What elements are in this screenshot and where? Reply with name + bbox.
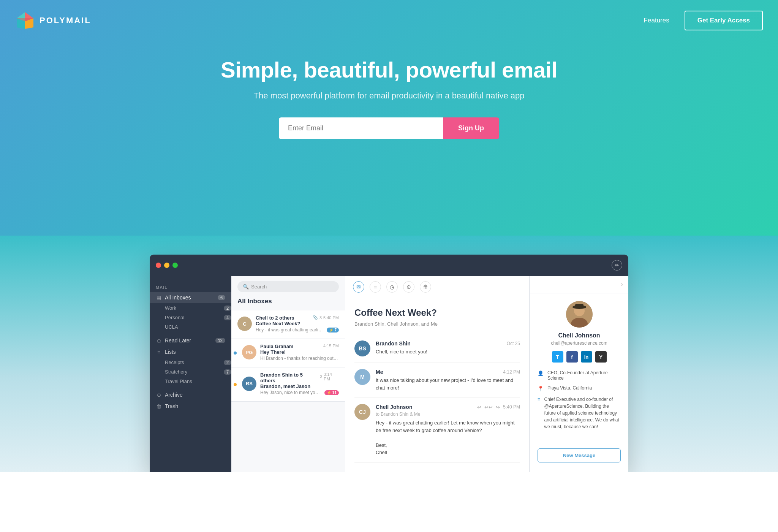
reply-all-icon[interactable]: ↩↩	[484, 404, 493, 410]
sidebar-item-stratchery[interactable]: Stratchery 7	[150, 367, 231, 377]
message-sender-row-1: Brandon Shin Oct 25	[376, 340, 520, 347]
email-top-row-2: Paula Graham 4:15 PM	[260, 344, 339, 349]
message-avatar-1: BS	[354, 340, 370, 356]
email-list-header: 🔍 Search All Inboxes	[231, 276, 345, 310]
sidebar-item-receipts[interactable]: Receipts 2	[150, 358, 231, 367]
unread-dot-3	[234, 383, 237, 386]
email-top-row-3: Brandon Shin to 5 others 3 3:14 PM	[260, 372, 339, 383]
toolbar-clock-icon[interactable]: ◷	[386, 281, 398, 293]
email-item-2-header: PG Paula Graham 4:15 PM Hey There! Hi Br…	[237, 344, 339, 361]
read-later-badge: 12	[215, 338, 225, 343]
toolbar-email-icon[interactable]: ✉	[353, 281, 364, 293]
compose-icon: ✏	[615, 262, 619, 268]
hero-section: POLYMAIL Features Get Early Access Simpl…	[0, 0, 778, 236]
archive-icon: ⊙	[156, 392, 162, 398]
contact-panel-header: ›	[530, 276, 628, 293]
email-time-1: 5:40 PM	[323, 315, 339, 320]
avatar-1: C	[237, 317, 252, 331]
sidebar-item-lists[interactable]: ≡ Lists	[150, 346, 231, 358]
message-content-1: Brandon Shin Oct 25 Chell, nice to meet …	[376, 340, 520, 356]
message-text-1: Chell, nice to meet you!	[376, 348, 520, 356]
stratchery-badge: 7	[224, 369, 231, 375]
facebook-button[interactable]: f	[566, 351, 578, 363]
navigation: POLYMAIL Features Get Early Access	[15, 0, 763, 30]
location-icon: 📍	[538, 386, 544, 391]
message-sender-row-2: Me 4:12 PM	[376, 369, 520, 375]
sidebar-label-all-inboxes: All Inboxes	[165, 294, 215, 301]
all-inboxes-badge: 6	[218, 295, 225, 300]
sidebar-item-travel-plans[interactable]: Travel Plans	[150, 377, 231, 386]
minimize-dot[interactable]	[164, 263, 169, 268]
contact-email: chell@aperturescience.com	[538, 340, 621, 346]
contact-info: 👤 CEO, Co-Founder at Aperture Science 📍 …	[538, 370, 621, 430]
get-early-access-button[interactable]: Get Early Access	[685, 11, 763, 30]
unread-dot-2	[234, 352, 237, 355]
toolbar-list-icon[interactable]: ≡	[370, 281, 381, 293]
toolbar-trash-icon[interactable]: 🗑	[420, 281, 431, 293]
forward-icon[interactable]: ↪	[496, 404, 500, 410]
chevron-right-icon[interactable]: ›	[621, 280, 623, 288]
new-message-button[interactable]: New Message	[538, 448, 621, 462]
travel-plans-label: Travel Plans	[165, 378, 231, 384]
signup-button[interactable]: Sign Up	[443, 117, 499, 139]
lists-icon: ≡	[156, 349, 162, 355]
logo-text: POLYMAIL	[40, 16, 91, 25]
contact-panel: › Chell Johnson	[530, 276, 628, 472]
email-item-1[interactable]: C Chell to 2 others 📎 3 5:40 PM Coffee	[231, 310, 345, 339]
receipts-label: Receipts	[165, 359, 221, 365]
logo-icon	[15, 11, 35, 30]
sidebar-item-archive[interactable]: ⊙ Archive	[150, 389, 231, 401]
search-placeholder: Search	[251, 284, 267, 290]
other-social-button[interactable]: Y	[595, 351, 607, 363]
sidebar-item-trash[interactable]: 🗑 Trash	[150, 401, 231, 412]
features-link[interactable]: Features	[644, 17, 669, 24]
message-sender-row-3: Chell Johnson ↩ ↩↩ ↪ 5:40 PM	[376, 404, 520, 410]
reply-icon[interactable]: ↩	[477, 404, 481, 410]
compose-button[interactable]: ✏	[612, 260, 622, 271]
sidebar: MAIL ▤ All Inboxes 6 Work 2 Personal 4 U…	[150, 276, 231, 472]
contact-location: Playa Vista, California	[547, 385, 592, 391]
sidebar-item-read-later[interactable]: ◷ Read Later 12	[150, 335, 231, 346]
linkedin-button[interactable]: in	[581, 351, 592, 363]
email-meta-3: Brandon Shin to 5 others 3 3:14 PM Brand…	[260, 372, 339, 395]
email-list: 🔍 Search All Inboxes C Chell to 2 others	[231, 276, 345, 472]
message-content-2: Me 4:12 PM It was nice talking about you…	[376, 369, 520, 391]
email-input[interactable]	[279, 117, 443, 139]
sidebar-item-all-inboxes[interactable]: ▤ All Inboxes 6	[150, 292, 231, 303]
mail-section-label: MAIL	[150, 282, 231, 292]
archive-label: Archive	[165, 392, 225, 398]
sidebar-item-personal[interactable]: Personal 4	[150, 313, 231, 322]
search-bar[interactable]: 🔍 Search	[237, 281, 339, 292]
contact-name: Chell Johnson	[538, 332, 621, 339]
maximize-dot[interactable]	[172, 263, 178, 268]
twitter-button[interactable]: T	[552, 351, 563, 363]
sidebar-item-ucla[interactable]: UCLA	[150, 322, 231, 332]
stratchery-label: Stratchery	[165, 369, 221, 375]
lightning-badge-3: ⚡ 11	[324, 390, 339, 395]
message-time-1: Oct 25	[507, 341, 520, 346]
work-badge: 2	[224, 306, 231, 311]
message-thread: BS Brandon Shin Oct 25 Chell, nice to me…	[354, 334, 520, 463]
clock-icon: ◷	[156, 338, 162, 344]
toolbar-check-icon[interactable]: ⊙	[403, 281, 414, 293]
inbox-icon: ▤	[156, 295, 162, 301]
logo: POLYMAIL	[15, 11, 91, 30]
contact-title-item: 👤 CEO, Co-Founder at Aperture Science	[538, 370, 621, 381]
email-preview-1: Hey - it was great chatting earlier! Let…	[256, 327, 324, 332]
email-subject-3: Brandon, meet Jason	[260, 383, 339, 389]
hero-subtitle: The most powerful platform for email pro…	[15, 91, 763, 101]
email-toolbar: ✉ ≡ ◷ ⊙ 🗑	[345, 276, 529, 298]
message-content-3: Chell Johnson ↩ ↩↩ ↪ 5:40 PM to Brandon …	[376, 404, 520, 456]
email-item-3[interactable]: BS Brandon Shin to 5 others 3 3:14 PM Br…	[231, 367, 345, 402]
close-dot[interactable]	[156, 263, 161, 268]
svg-rect-9	[575, 304, 584, 309]
email-item-2[interactable]: PG Paula Graham 4:15 PM Hey There! Hi Br…	[231, 339, 345, 367]
email-count-3: 3	[320, 374, 322, 379]
email-preview-3: Hey Jason, nice to meet you and thanks B…	[260, 390, 321, 395]
contact-bio-item: ≡ Chief Executive and co-founder of @Ape…	[538, 396, 621, 430]
avatar-2: PG	[242, 345, 256, 359]
personal-label: Personal	[165, 315, 221, 320]
email-subject-1: Coffee Next Week?	[256, 321, 339, 326]
bio-icon: ≡	[538, 396, 541, 402]
sidebar-item-work[interactable]: Work 2	[150, 303, 231, 313]
